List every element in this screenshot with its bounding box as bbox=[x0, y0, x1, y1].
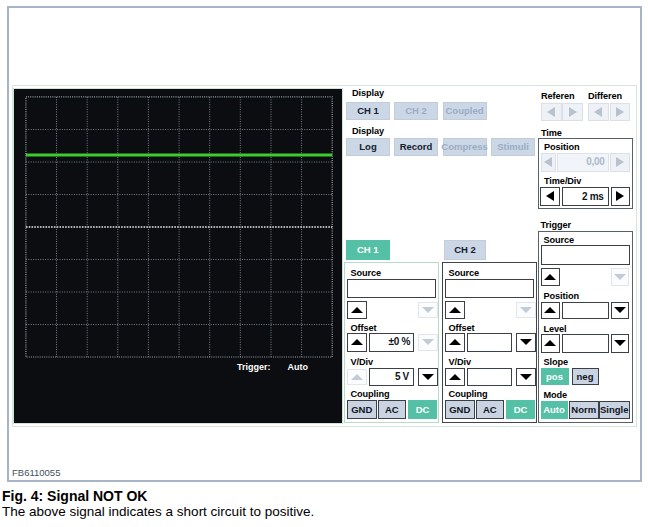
svg-text:Trigger:: Trigger: bbox=[237, 362, 271, 372]
svg-text:Auto: Auto bbox=[287, 362, 308, 372]
